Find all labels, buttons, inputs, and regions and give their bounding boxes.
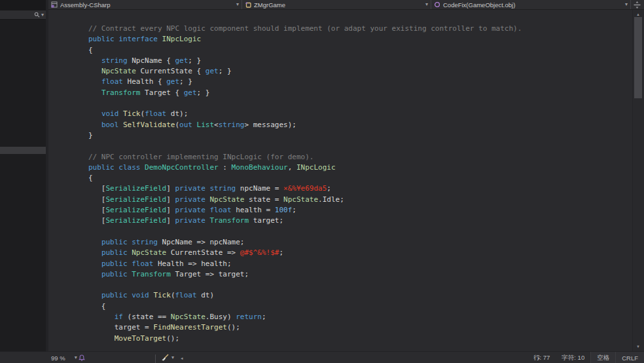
- csharp-project-icon: [51, 1, 58, 8]
- code-line[interactable]: MoveToTarget();: [88, 334, 632, 344]
- status-column-number: 字符: 10: [556, 352, 590, 363]
- code-line[interactable]: [SerializeField] private NpcState state …: [88, 195, 632, 205]
- code-line[interactable]: public class DemoNpcController : MonoBeh…: [88, 162, 632, 173]
- scroll-left-arrow-icon[interactable]: ◂: [181, 352, 183, 363]
- code-line[interactable]: target = FindNearestTarget();: [88, 322, 632, 333]
- code-line[interactable]: {: [88, 45, 632, 56]
- code-line[interactable]: [SerializeField] private float health = …: [88, 205, 632, 216]
- code-line[interactable]: string NpcName { get; }: [88, 56, 632, 66]
- magnifier-icon: [34, 12, 40, 18]
- code-line[interactable]: NpcState CurrentState { get; }: [88, 66, 632, 77]
- code-line[interactable]: Transform Target { get; }: [88, 88, 632, 98]
- code-line[interactable]: public void Tick(float dt): [88, 290, 632, 301]
- code-line[interactable]: [88, 280, 632, 290]
- member-dropdown-label: CodeFix(GameObject.obj): [443, 1, 625, 9]
- method-icon: [434, 1, 440, 8]
- indentation-mode-button[interactable]: 空格: [590, 352, 615, 363]
- class-icon: [245, 1, 251, 8]
- code-cleanup-caret: ▾: [171, 355, 174, 360]
- type-dropdown-caret: ▾: [425, 2, 428, 7]
- code-line[interactable]: bool SelfValidate(out List<string> messa…: [88, 120, 632, 130]
- split-editor-handle[interactable]: [631, 0, 643, 9]
- code-line[interactable]: public NpcState CurrentState => @#$^&%!$…: [88, 248, 632, 258]
- cursor-status-group: 行: 77 字符: 10 空格 CRLF: [528, 352, 644, 363]
- type-dropdown-label: ZMgrGame: [254, 1, 425, 9]
- code-line[interactable]: public float Health => health;: [88, 259, 632, 269]
- code-editor[interactable]: // Contract every NPC logic component sh…: [48, 10, 632, 351]
- search-options-caret[interactable]: ▾: [41, 12, 44, 18]
- broom-icon: [161, 354, 169, 362]
- code-line[interactable]: {: [88, 301, 632, 312]
- zoom-level-dropdown[interactable]: 99 % ▾: [48, 352, 77, 363]
- navigation-bar: Assembly-CSharp ▾ ZMgrGame ▾ CodeFix(Gam…: [48, 0, 644, 10]
- project-dropdown-caret: ▾: [236, 2, 239, 7]
- scroll-up-arrow-icon[interactable]: ▴: [634, 12, 643, 16]
- code-line[interactable]: void Tick(float dt);: [88, 109, 632, 119]
- code-line[interactable]: // NPC controller implementing INpcLogic…: [88, 152, 632, 162]
- code-line[interactable]: {: [88, 173, 632, 183]
- code-lines: // Contract every NPC logic component sh…: [48, 10, 632, 344]
- tool-panel-selected-row[interactable]: [0, 147, 46, 154]
- vertical-scrollbar-thumb[interactable]: [634, 17, 642, 98]
- code-line[interactable]: public interface INpcLogic: [88, 34, 632, 45]
- code-line[interactable]: }: [88, 130, 632, 141]
- type-dropdown[interactable]: ZMgrGame ▾: [242, 0, 431, 9]
- tool-panel-header: [0, 0, 46, 10]
- scroll-down-arrow-icon[interactable]: ▾: [634, 344, 643, 349]
- split-window-icon: [634, 1, 641, 9]
- member-dropdown[interactable]: CodeFix(GameObject.obj) ▾: [431, 0, 631, 9]
- code-line[interactable]: [SerializeField] private Transform targe…: [88, 216, 632, 226]
- search-input[interactable]: [0, 12, 34, 18]
- code-line[interactable]: [SerializeField] private string npcName …: [88, 183, 632, 194]
- code-line[interactable]: float Health { get; }: [88, 77, 632, 87]
- code-cleanup-button[interactable]: ▾: [161, 352, 174, 363]
- project-dropdown-label: Assembly-CSharp: [60, 1, 236, 9]
- project-dropdown[interactable]: Assembly-CSharp ▾: [48, 0, 242, 9]
- member-dropdown-caret: ▾: [625, 2, 628, 7]
- line-ending-button[interactable]: CRLF: [615, 352, 644, 363]
- code-line[interactable]: [88, 141, 632, 151]
- zoom-level-value: 99 %: [51, 354, 65, 362]
- zoom-dropdown-caret: ▾: [75, 355, 77, 360]
- code-line[interactable]: [88, 227, 632, 237]
- bell-icon: [79, 354, 85, 362]
- code-line[interactable]: public Transform Target => target;: [88, 269, 632, 280]
- code-line[interactable]: [88, 98, 632, 109]
- statusbar-separator: [155, 354, 156, 363]
- notification-button[interactable]: [79, 352, 85, 363]
- left-tool-panel: ▾: [0, 0, 46, 363]
- editor-status-bar: 99 % ▾ ▾ ◂ ▸ 行: 77 字符: 10 空格 CRLF: [0, 351, 644, 363]
- status-line-number: 行: 77: [528, 352, 556, 363]
- code-line[interactable]: // Contract every NPC logic component sh…: [88, 24, 632, 34]
- code-line[interactable]: public string NpcName => npcName;: [88, 237, 632, 248]
- tool-panel-search[interactable]: ▾: [0, 10, 46, 20]
- code-line[interactable]: if (state == NpcState.Busy) return;: [88, 312, 632, 322]
